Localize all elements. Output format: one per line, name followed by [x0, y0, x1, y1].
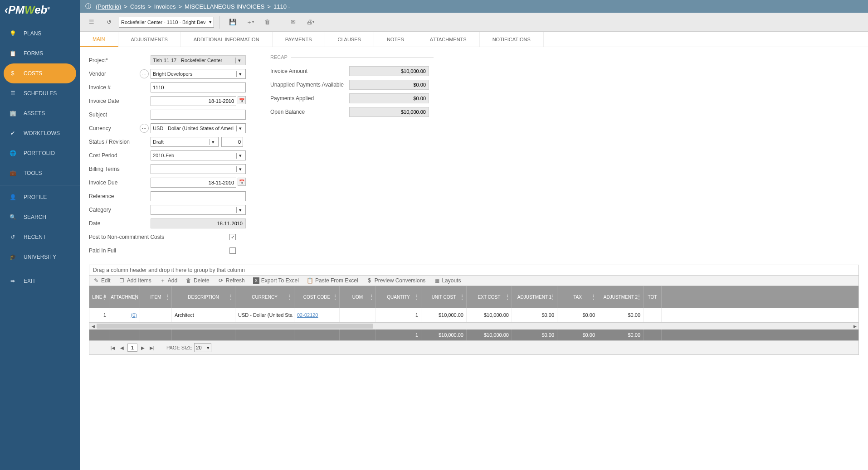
scrollbar-thumb[interactable]: [97, 324, 373, 329]
pager-next-button[interactable]: ▶: [139, 344, 146, 351]
grid-horizontal-scrollbar[interactable]: ◀ ▶: [89, 322, 858, 329]
pager-page-size-select[interactable]: 20▾: [194, 343, 211, 352]
grid-preview-button[interactable]: $Preview Conversions: [366, 277, 426, 284]
grid-add-button[interactable]: ＋Add: [160, 277, 177, 284]
history-button[interactable]: ↺: [102, 15, 116, 29]
tab-notifications[interactable]: NOTIFICATIONS: [480, 32, 544, 47]
date-readonly: [151, 218, 246, 228]
sidebar-item-exit[interactable]: ➡EXIT: [0, 271, 80, 291]
logo[interactable]: ‹PMWeb®: [0, 0, 80, 20]
pager-page-input[interactable]: [127, 344, 137, 352]
col-item[interactable]: ITEM⋮: [140, 286, 172, 308]
invoice-due-input[interactable]: [151, 178, 236, 188]
grid-add-items-button[interactable]: ☐Add Items: [119, 277, 151, 284]
paid-in-full-checkbox[interactable]: [229, 247, 236, 254]
col-unit-cost[interactable]: UNIT COST⋮: [421, 286, 467, 308]
calendar-icon[interactable]: 📅: [238, 96, 246, 104]
col-tax[interactable]: TAX⋮: [557, 286, 598, 308]
category-select[interactable]: ▾: [151, 205, 246, 215]
grid-refresh-button[interactable]: ⟳Refresh: [218, 277, 245, 284]
col-ext-cost[interactable]: EXT COST⋮: [467, 286, 512, 308]
status-select[interactable]: Draft▾: [151, 137, 219, 147]
subject-input[interactable]: [151, 110, 246, 120]
invoice-number-input[interactable]: [151, 82, 246, 92]
sidebar-item-assets[interactable]: 🏢ASSETS: [0, 103, 80, 123]
pager-last-button[interactable]: ▶|: [148, 344, 156, 351]
grid-export-button[interactable]: XExport To Excel: [253, 277, 299, 284]
sidebar-item-tools[interactable]: 💼TOOLS: [0, 163, 80, 183]
col-attachments[interactable]: ATTACHMEN⋮: [109, 286, 140, 308]
project-select-field[interactable]: Tish-11-17 - Rockefeller Center▾: [151, 55, 246, 65]
sidebar-item-recent[interactable]: ↺RECENT: [0, 227, 80, 247]
grid-edit-button[interactable]: ✎Edit: [93, 277, 111, 284]
sidebar-item-forms[interactable]: 📋FORMS: [0, 44, 80, 63]
reference-input[interactable]: [151, 191, 246, 201]
breadcrumb-portfolio[interactable]: (Portfolio): [96, 3, 121, 10]
project-select[interactable]: Rockefeller Center - 1110 - Bright Dev▾: [119, 17, 214, 28]
sidebar-item-university[interactable]: 🎓UNIVERSITY: [0, 247, 80, 267]
col-total[interactable]: TOT: [644, 286, 662, 308]
vendor-lookup-button[interactable]: ⋯: [140, 69, 149, 78]
sidebar-item-costs[interactable]: $COSTS: [4, 63, 76, 83]
print-button[interactable]: 🖨▾: [303, 15, 317, 29]
col-line[interactable]: LINE #⋮: [89, 286, 109, 308]
tab-notes[interactable]: NOTES: [374, 32, 417, 47]
save-button[interactable]: 💾: [225, 15, 240, 29]
col-cost-code[interactable]: COST CODE⋮: [294, 286, 340, 308]
grid-group-by-bar[interactable]: Drag a column header and drop it here to…: [89, 265, 858, 276]
billing-terms-select[interactable]: ▾: [151, 164, 246, 174]
delete-button[interactable]: 🗑: [260, 15, 274, 29]
info-icon[interactable]: ⓘ: [85, 2, 91, 10]
pager-first-button[interactable]: |◀: [109, 344, 117, 351]
chevron-down-icon: ▾: [236, 166, 244, 172]
add-button[interactable]: ＋▾: [243, 15, 257, 29]
attachments-link[interactable]: (0): [131, 312, 137, 318]
chevron-down-icon: ▾: [235, 58, 243, 63]
invoice-date-input[interactable]: [151, 96, 236, 106]
col-quantity[interactable]: QUANTITY⋮: [376, 286, 421, 308]
sidebar-item-plans[interactable]: 💡PLANS: [0, 24, 80, 44]
recap-unapplied: [349, 80, 429, 90]
recap-applied: [349, 93, 429, 103]
clipboard-icon: 📋: [8, 49, 17, 58]
tab-main[interactable]: MAIN: [80, 32, 118, 47]
sidebar-item-search[interactable]: 🔍SEARCH: [0, 207, 80, 227]
vendor-select[interactable]: Bright Developers▾: [151, 69, 246, 79]
table-row[interactable]: 1 (0) Architect USD - Dollar (United Sta…: [89, 308, 858, 322]
col-uom[interactable]: UOM⋮: [340, 286, 376, 308]
email-button[interactable]: ✉: [286, 15, 300, 29]
col-adjustment2[interactable]: ADJUSTMENT 2⋮: [598, 286, 644, 308]
scroll-left-icon[interactable]: ◀: [89, 323, 97, 330]
grid-layouts-button[interactable]: ▦Layouts: [434, 277, 461, 284]
currency-select[interactable]: USD - Dollar (United States of Ameri▾: [151, 123, 246, 133]
grid-delete-button[interactable]: 🗑Delete: [185, 277, 210, 284]
dollar-icon: $: [8, 69, 17, 78]
pager-prev-button[interactable]: ◀: [118, 344, 126, 351]
revision-input[interactable]: [221, 137, 243, 147]
recap-header: RECAP: [270, 54, 288, 60]
search-icon: 🔍: [8, 213, 17, 222]
col-adjustment1[interactable]: ADJUSTMENT 1⋮: [512, 286, 557, 308]
tab-payments[interactable]: PAYMENTS: [273, 32, 325, 47]
sidebar-item-profile[interactable]: 👤PROFILE: [0, 187, 80, 207]
tab-attachments[interactable]: ATTACHMENTS: [417, 32, 480, 47]
sidebar-item-schedules[interactable]: ☰SCHEDULES: [0, 83, 80, 103]
col-description[interactable]: DESCRIPTION⋮: [172, 286, 235, 308]
grid-paste-button[interactable]: 📋Paste From Excel: [307, 277, 358, 284]
cost-period-select[interactable]: 2010-Feb▾: [151, 150, 246, 160]
tab-additional-information[interactable]: ADDITIONAL INFORMATION: [181, 32, 273, 47]
grid-pager: |◀ ◀ ▶ ▶| PAGE SIZE 20▾: [89, 340, 858, 354]
list-view-button[interactable]: ☰: [84, 15, 99, 29]
currency-lookup-button[interactable]: ⋯: [140, 124, 149, 133]
tab-clauses[interactable]: CLAUSES: [325, 32, 374, 47]
sidebar-item-workflows[interactable]: ✔WORKFLOWS: [0, 123, 80, 143]
calendar-icon[interactable]: 📅: [238, 178, 246, 186]
post-checkbox[interactable]: [229, 234, 236, 240]
chevron-down-icon: ▾: [236, 126, 244, 131]
col-currency[interactable]: CURRENCY⋮: [235, 286, 294, 308]
sidebar-item-portfolio[interactable]: 🌐PORTFOLIO: [0, 143, 80, 163]
tab-adjustments[interactable]: ADJUSTMENTS: [118, 32, 181, 47]
graduation-icon: 🎓: [8, 252, 17, 262]
scroll-right-icon[interactable]: ▶: [851, 323, 858, 330]
cost-code-link[interactable]: 02-02120: [297, 312, 318, 318]
